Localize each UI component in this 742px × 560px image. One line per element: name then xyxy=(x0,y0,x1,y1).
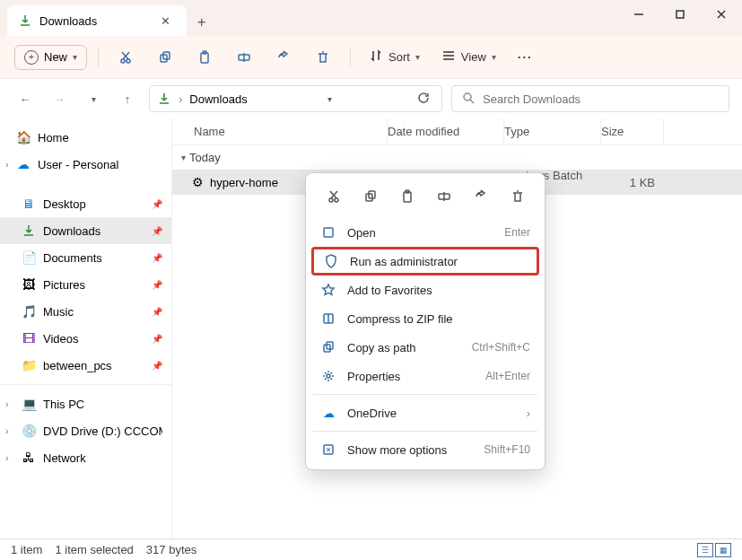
sidebar-item-user[interactable]: › ☁ User - Personal xyxy=(0,151,171,178)
chevron-down-icon: ▾ xyxy=(181,153,186,162)
sidebar-item-dvd[interactable]: › 💿 DVD Drive (D:) CCCOMA_X6 xyxy=(0,417,171,444)
more-button[interactable]: ··· xyxy=(511,47,540,67)
ctx-rename-button[interactable] xyxy=(430,184,458,209)
ctx-compress[interactable]: Compress to ZIP file xyxy=(311,304,539,333)
new-tab-button[interactable]: + xyxy=(187,9,216,36)
chevron-right-icon: › xyxy=(527,407,530,420)
maximize-button[interactable] xyxy=(659,0,701,29)
expand-icon[interactable]: › xyxy=(5,159,9,170)
ctx-cut-button[interactable] xyxy=(319,184,348,209)
column-headers: Name Date modified Type Size xyxy=(172,118,742,145)
paste-button[interactable] xyxy=(188,43,221,72)
minimize-button[interactable] xyxy=(618,0,659,29)
ctx-favorites[interactable]: Add to Favorites xyxy=(311,276,539,304)
column-size[interactable]: Size xyxy=(601,118,664,144)
breadcrumb-sep: › xyxy=(179,92,182,106)
sidebar-item-documents[interactable]: 📄 Documents 📌 xyxy=(0,244,171,271)
column-date[interactable]: Date modified xyxy=(388,118,504,144)
close-tab-icon[interactable]: ✕ xyxy=(155,13,176,30)
pin-icon: 📌 xyxy=(152,280,162,290)
chevron-down-icon[interactable]: ▾ xyxy=(327,94,332,104)
details-view-button[interactable]: ☰ xyxy=(697,543,713,557)
sort-button[interactable]: Sort ▾ xyxy=(362,45,427,69)
ctx-properties[interactable]: Properties Alt+Enter xyxy=(311,362,539,390)
svg-rect-16 xyxy=(324,228,333,237)
sidebar-item-videos[interactable]: 🎞 Videos 📌 xyxy=(0,325,171,352)
ctx-label: OneDrive xyxy=(347,407,516,420)
recent-button[interactable]: ▾ xyxy=(81,86,106,111)
up-button[interactable]: ↑ xyxy=(115,86,140,111)
ctx-share-button[interactable] xyxy=(467,184,495,209)
column-type[interactable]: Type xyxy=(504,118,601,144)
music-icon: 🎵 xyxy=(22,304,36,319)
sidebar-item-desktop[interactable]: 🖥 Desktop 📌 xyxy=(0,190,171,217)
copy-button[interactable] xyxy=(149,43,181,72)
context-separator xyxy=(313,394,537,395)
pin-icon: 📌 xyxy=(152,307,162,317)
ctx-copy-button[interactable] xyxy=(356,184,385,209)
ctx-label: Properties xyxy=(347,370,475,383)
search-icon xyxy=(461,91,476,108)
column-name[interactable]: Name xyxy=(172,118,388,144)
expand-icon[interactable]: › xyxy=(5,398,9,409)
thumbnails-view-button[interactable]: ▦ xyxy=(715,543,731,557)
pc-icon: 💻 xyxy=(22,397,36,411)
desktop-icon: 🖥 xyxy=(22,197,36,211)
sidebar-item-network[interactable]: › 🖧 Network xyxy=(0,444,171,471)
ctx-label: Show more options xyxy=(347,443,473,457)
file-name: hyperv-home xyxy=(210,176,278,189)
open-icon xyxy=(320,225,336,240)
ctx-hint: Alt+Enter xyxy=(485,370,530,382)
network-icon: 🖧 xyxy=(22,451,36,465)
forward-button[interactable]: → xyxy=(47,86,72,111)
sidebar-item-between-pcs[interactable]: 📁 between_pcs 📌 xyxy=(0,352,171,379)
more-icon xyxy=(320,442,336,457)
ctx-paste-button[interactable] xyxy=(393,184,422,209)
delete-button[interactable] xyxy=(307,43,339,72)
rename-button[interactable] xyxy=(228,43,260,72)
sort-icon xyxy=(369,48,383,66)
home-icon: 🏠 xyxy=(16,130,31,144)
view-button[interactable]: View ▾ xyxy=(434,45,503,69)
sidebar-item-label: Home xyxy=(38,131,69,144)
expand-icon[interactable]: › xyxy=(5,425,9,436)
pin-icon: 📌 xyxy=(152,226,162,236)
sidebar-item-downloads[interactable]: Downloads 📌 xyxy=(0,217,171,244)
status-item-count: 1 item xyxy=(11,543,42,556)
breadcrumb-current[interactable]: Downloads xyxy=(189,92,247,106)
ctx-more-options[interactable]: Show more options Shift+F10 xyxy=(311,435,539,464)
navigation-pane: 🏠 Home › ☁ User - Personal 🖥 Desktop 📌 D… xyxy=(0,118,172,538)
back-button[interactable]: ← xyxy=(13,86,38,111)
ctx-label: Compress to ZIP file xyxy=(347,312,530,326)
sidebar-item-this-pc[interactable]: › 💻 This PC xyxy=(0,390,171,417)
star-icon xyxy=(320,283,336,297)
pin-icon: 📌 xyxy=(152,361,162,371)
sidebar-item-pictures[interactable]: 🖼 Pictures 📌 xyxy=(0,271,171,298)
sidebar-item-home[interactable]: 🏠 Home xyxy=(0,124,171,151)
ctx-delete-button[interactable] xyxy=(503,184,532,209)
breadcrumb[interactable]: › Downloads ▾ xyxy=(149,85,442,112)
status-bytes: 317 bytes xyxy=(146,543,196,556)
pin-icon: 📌 xyxy=(152,334,162,344)
toolbar-separator xyxy=(98,48,99,67)
expand-icon[interactable]: › xyxy=(5,452,9,463)
search-box[interactable] xyxy=(451,85,729,112)
zip-icon xyxy=(320,311,336,326)
share-button[interactable] xyxy=(267,43,300,72)
ctx-run-as-admin[interactable]: Run as administrator xyxy=(311,247,539,276)
dvd-icon: 💿 xyxy=(22,424,36,438)
ctx-copy-path[interactable]: Copy as path Ctrl+Shift+C xyxy=(311,333,539,362)
ctx-open[interactable]: Open Enter xyxy=(311,218,539,247)
close-window-button[interactable] xyxy=(701,0,742,29)
sidebar-item-music[interactable]: 🎵 Music 📌 xyxy=(0,298,171,325)
tab-downloads[interactable]: Downloads ✕ xyxy=(7,5,187,36)
ctx-onedrive[interactable]: ☁ OneDrive › xyxy=(311,398,539,427)
chevron-down-icon: ▾ xyxy=(73,52,77,62)
svg-point-9 xyxy=(329,198,333,202)
group-today[interactable]: ▾ Today xyxy=(172,145,742,170)
new-button[interactable]: + New ▾ xyxy=(14,45,87,70)
refresh-button[interactable] xyxy=(413,91,434,108)
search-input[interactable] xyxy=(483,92,720,106)
sidebar-item-label: Network xyxy=(43,451,86,465)
cut-button[interactable] xyxy=(109,43,142,72)
